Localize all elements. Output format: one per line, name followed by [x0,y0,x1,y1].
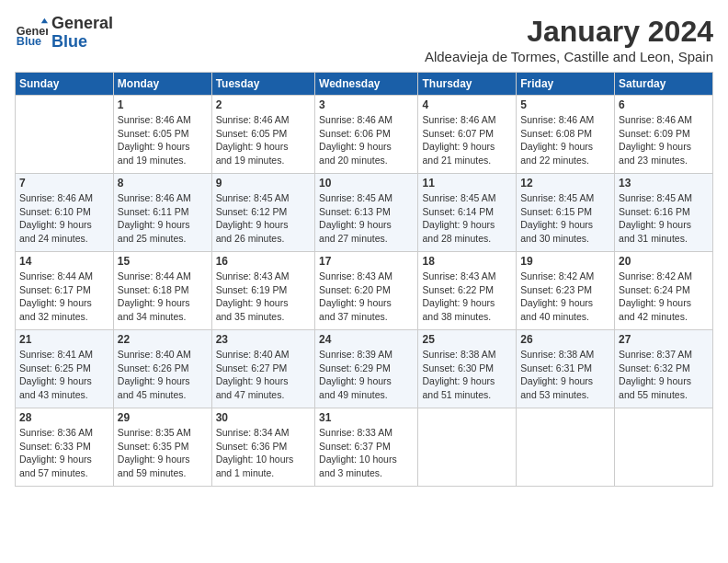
day-number: 14 [19,255,109,268]
day-info: Sunrise: 8:45 AMSunset: 6:14 PMDaylight:… [422,191,512,246]
calendar-cell: 13Sunrise: 8:45 AMSunset: 6:16 PMDayligh… [615,174,713,252]
calendar-cell: 27Sunrise: 8:37 AMSunset: 6:32 PMDayligh… [615,330,713,408]
day-info: Sunrise: 8:46 AMSunset: 6:08 PMDaylight:… [520,113,610,167]
logo-blue: Blue [51,33,113,52]
day-info: Sunrise: 8:46 AMSunset: 6:05 PMDaylight:… [216,113,311,167]
calendar-cell: 24Sunrise: 8:39 AMSunset: 6:29 PMDayligh… [315,330,418,408]
day-info: Sunrise: 8:45 AMSunset: 6:15 PMDaylight:… [520,191,610,246]
calendar-cell [517,408,615,487]
calendar-cell: 20Sunrise: 8:42 AMSunset: 6:24 PMDayligh… [615,252,713,330]
day-info: Sunrise: 8:44 AMSunset: 6:17 PMDaylight:… [19,270,109,324]
calendar-cell [418,408,517,487]
day-number: 23 [216,333,311,346]
svg-marker-2 [41,18,48,23]
logo-icon: General Blue [15,17,48,50]
calendar-cell: 12Sunrise: 8:45 AMSunset: 6:15 PMDayligh… [517,174,615,252]
day-number: 12 [520,177,610,190]
day-number: 15 [118,255,208,268]
week-row-4: 28Sunrise: 8:36 AMSunset: 6:33 PMDayligh… [16,408,713,487]
day-number: 5 [520,98,610,111]
header-monday: Monday [113,73,211,96]
calendar-cell: 19Sunrise: 8:42 AMSunset: 6:23 PMDayligh… [517,252,615,330]
header-friday: Friday [517,73,615,96]
day-number: 31 [319,411,414,424]
calendar-title: January 2024 [425,15,713,49]
day-number: 26 [520,333,610,346]
calendar-cell: 22Sunrise: 8:40 AMSunset: 6:26 PMDayligh… [113,330,211,408]
header-sunday: Sunday [16,73,114,96]
day-info: Sunrise: 8:42 AMSunset: 6:24 PMDaylight:… [619,270,709,324]
calendar-cell: 3Sunrise: 8:46 AMSunset: 6:06 PMDaylight… [315,96,418,174]
calendar-cell: 6Sunrise: 8:46 AMSunset: 6:09 PMDaylight… [615,96,713,174]
day-info: Sunrise: 8:35 AMSunset: 6:35 PMDaylight:… [118,426,208,480]
calendar-cell: 23Sunrise: 8:40 AMSunset: 6:27 PMDayligh… [211,330,314,408]
day-info: Sunrise: 8:46 AMSunset: 6:09 PMDaylight:… [619,113,709,167]
day-info: Sunrise: 8:45 AMSunset: 6:12 PMDaylight:… [216,191,311,246]
day-info: Sunrise: 8:38 AMSunset: 6:31 PMDaylight:… [520,348,610,402]
day-number: 3 [319,98,414,111]
day-info: Sunrise: 8:44 AMSunset: 6:18 PMDaylight:… [118,270,208,324]
day-number: 27 [619,333,709,346]
day-number: 25 [422,333,512,346]
logo: General Blue General Blue [15,15,113,52]
day-info: Sunrise: 8:42 AMSunset: 6:23 PMDaylight:… [520,270,610,324]
day-info: Sunrise: 8:46 AMSunset: 6:06 PMDaylight:… [319,113,414,167]
calendar-cell: 2Sunrise: 8:46 AMSunset: 6:05 PMDaylight… [211,96,314,174]
day-number: 22 [118,333,208,346]
calendar-cell [615,408,713,487]
svg-text:Blue: Blue [17,34,41,47]
calendar-cell: 26Sunrise: 8:38 AMSunset: 6:31 PMDayligh… [517,330,615,408]
calendar-cell [16,96,114,174]
day-number: 2 [216,98,311,111]
day-info: Sunrise: 8:46 AMSunset: 6:07 PMDaylight:… [422,113,512,167]
logo-general: General [51,15,113,33]
day-number: 19 [520,255,610,268]
calendar-cell: 30Sunrise: 8:34 AMSunset: 6:36 PMDayligh… [211,408,314,487]
day-number: 17 [319,255,414,268]
day-number: 11 [422,177,512,190]
day-info: Sunrise: 8:46 AMSunset: 6:05 PMDaylight:… [118,113,208,167]
calendar-cell: 5Sunrise: 8:46 AMSunset: 6:08 PMDaylight… [517,96,615,174]
title-block: January 2024 Aldeavieja de Tormes, Casti… [425,15,713,64]
day-number: 1 [118,98,208,111]
calendar-cell: 21Sunrise: 8:41 AMSunset: 6:25 PMDayligh… [16,330,114,408]
day-number: 7 [19,177,109,190]
day-info: Sunrise: 8:46 AMSunset: 6:10 PMDaylight:… [19,191,109,246]
calendar-subtitle: Aldeavieja de Tormes, Castille and Leon,… [425,49,713,64]
day-info: Sunrise: 8:37 AMSunset: 6:32 PMDaylight:… [619,348,709,402]
day-info: Sunrise: 8:39 AMSunset: 6:29 PMDaylight:… [319,348,414,402]
calendar-cell: 25Sunrise: 8:38 AMSunset: 6:30 PMDayligh… [418,330,517,408]
day-number: 6 [619,98,709,111]
calendar-cell: 7Sunrise: 8:46 AMSunset: 6:10 PMDaylight… [16,174,114,252]
calendar-cell: 15Sunrise: 8:44 AMSunset: 6:18 PMDayligh… [113,252,211,330]
day-info: Sunrise: 8:40 AMSunset: 6:26 PMDaylight:… [118,348,208,402]
calendar-cell: 17Sunrise: 8:43 AMSunset: 6:20 PMDayligh… [315,252,418,330]
logo-text: General Blue [51,15,113,52]
week-row-2: 14Sunrise: 8:44 AMSunset: 6:17 PMDayligh… [16,252,713,330]
calendar-table: SundayMondayTuesdayWednesdayThursdayFrid… [15,72,713,487]
day-number: 9 [216,177,311,190]
day-number: 18 [422,255,512,268]
day-info: Sunrise: 8:45 AMSunset: 6:16 PMDaylight:… [619,191,709,246]
week-row-0: 1Sunrise: 8:46 AMSunset: 6:05 PMDaylight… [16,96,713,174]
calendar-cell: 4Sunrise: 8:46 AMSunset: 6:07 PMDaylight… [418,96,517,174]
day-number: 16 [216,255,311,268]
header-tuesday: Tuesday [211,73,314,96]
calendar-cell: 11Sunrise: 8:45 AMSunset: 6:14 PMDayligh… [418,174,517,252]
calendar-cell: 14Sunrise: 8:44 AMSunset: 6:17 PMDayligh… [16,252,114,330]
day-number: 20 [619,255,709,268]
calendar-cell: 1Sunrise: 8:46 AMSunset: 6:05 PMDaylight… [113,96,211,174]
day-info: Sunrise: 8:36 AMSunset: 6:33 PMDaylight:… [19,426,109,480]
header-saturday: Saturday [615,73,713,96]
day-info: Sunrise: 8:34 AMSunset: 6:36 PMDaylight:… [216,426,311,480]
week-row-1: 7Sunrise: 8:46 AMSunset: 6:10 PMDaylight… [16,174,713,252]
calendar-cell: 9Sunrise: 8:45 AMSunset: 6:12 PMDaylight… [211,174,314,252]
header-row: SundayMondayTuesdayWednesdayThursdayFrid… [16,73,713,96]
day-info: Sunrise: 8:43 AMSunset: 6:20 PMDaylight:… [319,270,414,324]
page-header: General Blue General Blue January 2024 A… [15,15,713,64]
day-number: 4 [422,98,512,111]
day-number: 10 [319,177,414,190]
day-info: Sunrise: 8:43 AMSunset: 6:19 PMDaylight:… [216,270,311,324]
calendar-cell: 31Sunrise: 8:33 AMSunset: 6:37 PMDayligh… [315,408,418,487]
day-number: 30 [216,411,311,424]
